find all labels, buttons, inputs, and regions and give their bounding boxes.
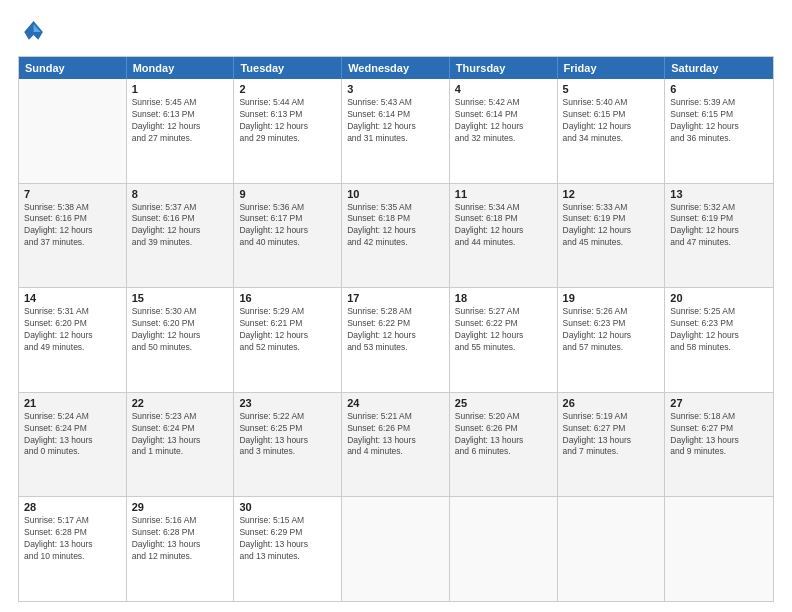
- page: SundayMondayTuesdayWednesdayThursdayFrid…: [0, 0, 792, 612]
- day-info: Sunrise: 5:38 AM Sunset: 6:16 PM Dayligh…: [24, 202, 121, 250]
- calendar-day-cell: 5Sunrise: 5:40 AM Sunset: 6:15 PM Daylig…: [558, 79, 666, 183]
- calendar-day-cell: 18Sunrise: 5:27 AM Sunset: 6:22 PM Dayli…: [450, 288, 558, 392]
- day-number: 11: [455, 188, 552, 200]
- calendar-day-cell: 23Sunrise: 5:22 AM Sunset: 6:25 PM Dayli…: [234, 393, 342, 497]
- calendar-day-cell: 3Sunrise: 5:43 AM Sunset: 6:14 PM Daylig…: [342, 79, 450, 183]
- day-info: Sunrise: 5:44 AM Sunset: 6:13 PM Dayligh…: [239, 97, 336, 145]
- calendar-day-cell: 15Sunrise: 5:30 AM Sunset: 6:20 PM Dayli…: [127, 288, 235, 392]
- calendar-empty-cell: [665, 497, 773, 601]
- day-info: Sunrise: 5:37 AM Sunset: 6:16 PM Dayligh…: [132, 202, 229, 250]
- day-number: 9: [239, 188, 336, 200]
- day-number: 10: [347, 188, 444, 200]
- day-number: 25: [455, 397, 552, 409]
- day-info: Sunrise: 5:34 AM Sunset: 6:18 PM Dayligh…: [455, 202, 552, 250]
- calendar-day-cell: 8Sunrise: 5:37 AM Sunset: 6:16 PM Daylig…: [127, 184, 235, 288]
- calendar-day-cell: 7Sunrise: 5:38 AM Sunset: 6:16 PM Daylig…: [19, 184, 127, 288]
- calendar-day-cell: 14Sunrise: 5:31 AM Sunset: 6:20 PM Dayli…: [19, 288, 127, 392]
- weekday-header: Saturday: [665, 57, 773, 79]
- day-info: Sunrise: 5:30 AM Sunset: 6:20 PM Dayligh…: [132, 306, 229, 354]
- day-number: 30: [239, 501, 336, 513]
- day-number: 24: [347, 397, 444, 409]
- header: [18, 18, 774, 46]
- day-number: 18: [455, 292, 552, 304]
- day-info: Sunrise: 5:20 AM Sunset: 6:26 PM Dayligh…: [455, 411, 552, 459]
- calendar-day-cell: 19Sunrise: 5:26 AM Sunset: 6:23 PM Dayli…: [558, 288, 666, 392]
- day-number: 8: [132, 188, 229, 200]
- day-info: Sunrise: 5:27 AM Sunset: 6:22 PM Dayligh…: [455, 306, 552, 354]
- day-info: Sunrise: 5:25 AM Sunset: 6:23 PM Dayligh…: [670, 306, 768, 354]
- calendar-day-cell: 21Sunrise: 5:24 AM Sunset: 6:24 PM Dayli…: [19, 393, 127, 497]
- calendar: SundayMondayTuesdayWednesdayThursdayFrid…: [18, 56, 774, 602]
- day-number: 27: [670, 397, 768, 409]
- calendar-day-cell: 27Sunrise: 5:18 AM Sunset: 6:27 PM Dayli…: [665, 393, 773, 497]
- day-info: Sunrise: 5:22 AM Sunset: 6:25 PM Dayligh…: [239, 411, 336, 459]
- day-number: 3: [347, 83, 444, 95]
- day-info: Sunrise: 5:36 AM Sunset: 6:17 PM Dayligh…: [239, 202, 336, 250]
- day-number: 13: [670, 188, 768, 200]
- day-number: 17: [347, 292, 444, 304]
- day-number: 12: [563, 188, 660, 200]
- day-number: 21: [24, 397, 121, 409]
- calendar-day-cell: 2Sunrise: 5:44 AM Sunset: 6:13 PM Daylig…: [234, 79, 342, 183]
- day-info: Sunrise: 5:32 AM Sunset: 6:19 PM Dayligh…: [670, 202, 768, 250]
- day-number: 19: [563, 292, 660, 304]
- day-number: 22: [132, 397, 229, 409]
- calendar-row: 14Sunrise: 5:31 AM Sunset: 6:20 PM Dayli…: [19, 287, 773, 392]
- weekday-header: Thursday: [450, 57, 558, 79]
- calendar-day-cell: 6Sunrise: 5:39 AM Sunset: 6:15 PM Daylig…: [665, 79, 773, 183]
- day-info: Sunrise: 5:39 AM Sunset: 6:15 PM Dayligh…: [670, 97, 768, 145]
- calendar-day-cell: 10Sunrise: 5:35 AM Sunset: 6:18 PM Dayli…: [342, 184, 450, 288]
- weekday-header: Friday: [558, 57, 666, 79]
- day-info: Sunrise: 5:33 AM Sunset: 6:19 PM Dayligh…: [563, 202, 660, 250]
- weekday-header: Monday: [127, 57, 235, 79]
- calendar-day-cell: 28Sunrise: 5:17 AM Sunset: 6:28 PM Dayli…: [19, 497, 127, 601]
- day-number: 15: [132, 292, 229, 304]
- calendar-day-cell: 11Sunrise: 5:34 AM Sunset: 6:18 PM Dayli…: [450, 184, 558, 288]
- calendar-day-cell: 30Sunrise: 5:15 AM Sunset: 6:29 PM Dayli…: [234, 497, 342, 601]
- calendar-empty-cell: [450, 497, 558, 601]
- calendar-day-cell: 13Sunrise: 5:32 AM Sunset: 6:19 PM Dayli…: [665, 184, 773, 288]
- calendar-row: 1Sunrise: 5:45 AM Sunset: 6:13 PM Daylig…: [19, 79, 773, 183]
- calendar-day-cell: 4Sunrise: 5:42 AM Sunset: 6:14 PM Daylig…: [450, 79, 558, 183]
- day-info: Sunrise: 5:26 AM Sunset: 6:23 PM Dayligh…: [563, 306, 660, 354]
- day-info: Sunrise: 5:21 AM Sunset: 6:26 PM Dayligh…: [347, 411, 444, 459]
- calendar-row: 28Sunrise: 5:17 AM Sunset: 6:28 PM Dayli…: [19, 496, 773, 601]
- calendar-row: 21Sunrise: 5:24 AM Sunset: 6:24 PM Dayli…: [19, 392, 773, 497]
- day-info: Sunrise: 5:45 AM Sunset: 6:13 PM Dayligh…: [132, 97, 229, 145]
- calendar-day-cell: 20Sunrise: 5:25 AM Sunset: 6:23 PM Dayli…: [665, 288, 773, 392]
- day-number: 23: [239, 397, 336, 409]
- calendar-row: 7Sunrise: 5:38 AM Sunset: 6:16 PM Daylig…: [19, 183, 773, 288]
- day-number: 26: [563, 397, 660, 409]
- calendar-empty-cell: [558, 497, 666, 601]
- day-info: Sunrise: 5:40 AM Sunset: 6:15 PM Dayligh…: [563, 97, 660, 145]
- day-info: Sunrise: 5:31 AM Sunset: 6:20 PM Dayligh…: [24, 306, 121, 354]
- calendar-day-cell: 12Sunrise: 5:33 AM Sunset: 6:19 PM Dayli…: [558, 184, 666, 288]
- day-info: Sunrise: 5:35 AM Sunset: 6:18 PM Dayligh…: [347, 202, 444, 250]
- day-number: 1: [132, 83, 229, 95]
- calendar-day-cell: 25Sunrise: 5:20 AM Sunset: 6:26 PM Dayli…: [450, 393, 558, 497]
- weekday-header: Sunday: [19, 57, 127, 79]
- calendar-empty-cell: [19, 79, 127, 183]
- logo: [18, 18, 50, 46]
- weekday-header: Wednesday: [342, 57, 450, 79]
- day-number: 6: [670, 83, 768, 95]
- day-number: 4: [455, 83, 552, 95]
- day-info: Sunrise: 5:19 AM Sunset: 6:27 PM Dayligh…: [563, 411, 660, 459]
- calendar-day-cell: 26Sunrise: 5:19 AM Sunset: 6:27 PM Dayli…: [558, 393, 666, 497]
- day-info: Sunrise: 5:29 AM Sunset: 6:21 PM Dayligh…: [239, 306, 336, 354]
- day-info: Sunrise: 5:23 AM Sunset: 6:24 PM Dayligh…: [132, 411, 229, 459]
- day-number: 29: [132, 501, 229, 513]
- day-info: Sunrise: 5:18 AM Sunset: 6:27 PM Dayligh…: [670, 411, 768, 459]
- day-number: 20: [670, 292, 768, 304]
- calendar-day-cell: 22Sunrise: 5:23 AM Sunset: 6:24 PM Dayli…: [127, 393, 235, 497]
- weekday-header: Tuesday: [234, 57, 342, 79]
- calendar-day-cell: 29Sunrise: 5:16 AM Sunset: 6:28 PM Dayli…: [127, 497, 235, 601]
- calendar-body: 1Sunrise: 5:45 AM Sunset: 6:13 PM Daylig…: [19, 79, 773, 601]
- calendar-day-cell: 17Sunrise: 5:28 AM Sunset: 6:22 PM Dayli…: [342, 288, 450, 392]
- day-number: 7: [24, 188, 121, 200]
- day-info: Sunrise: 5:43 AM Sunset: 6:14 PM Dayligh…: [347, 97, 444, 145]
- calendar-empty-cell: [342, 497, 450, 601]
- calendar-day-cell: 16Sunrise: 5:29 AM Sunset: 6:21 PM Dayli…: [234, 288, 342, 392]
- calendar-day-cell: 9Sunrise: 5:36 AM Sunset: 6:17 PM Daylig…: [234, 184, 342, 288]
- day-info: Sunrise: 5:17 AM Sunset: 6:28 PM Dayligh…: [24, 515, 121, 563]
